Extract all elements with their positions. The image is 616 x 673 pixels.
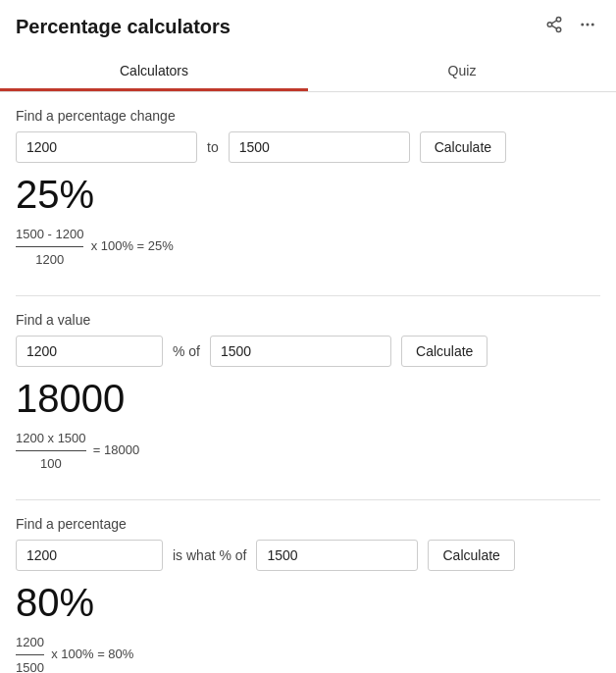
section2-result: 18000 xyxy=(16,377,600,421)
section1-input2[interactable] xyxy=(229,131,410,163)
svg-point-5 xyxy=(581,24,584,26)
page-title: Percentage calculators xyxy=(16,16,231,38)
section1-denominator: 1200 xyxy=(16,247,83,271)
svg-line-3 xyxy=(551,26,556,28)
tab-quiz[interactable]: Quiz xyxy=(308,53,616,91)
section3-result: 80% xyxy=(16,581,600,625)
section1-input-row: to Calculate xyxy=(16,131,600,163)
section1-input1[interactable] xyxy=(16,131,197,163)
svg-point-7 xyxy=(591,24,594,26)
section1-formula: 1500 - 1200 1200 x 100% = 25% xyxy=(16,223,600,272)
section-percentage-change: Find a percentage change to Calculate 25… xyxy=(16,108,600,272)
section2-input2[interactable] xyxy=(210,336,391,367)
section2-fraction: 1200 x 1500 100 xyxy=(16,427,86,476)
section-find-value: Find a value % of Calculate 18000 1200 x… xyxy=(16,312,600,476)
main-content: Find a percentage change to Calculate 25… xyxy=(0,92,616,673)
section2-denominator: 100 xyxy=(16,451,86,475)
section3-fraction: 1200 1500 xyxy=(16,631,44,673)
header-icons xyxy=(541,12,600,41)
svg-point-6 xyxy=(587,24,590,26)
share-icon[interactable] xyxy=(541,12,567,41)
tab-calculators[interactable]: Calculators xyxy=(0,53,308,91)
section1-formula-suffix: x 100% = 25% xyxy=(91,238,174,253)
section3-label: Find a percentage xyxy=(16,516,600,532)
section3-input-row: is what % of Calculate xyxy=(16,540,600,571)
section1-calculate-button[interactable]: Calculate xyxy=(420,131,506,163)
section3-formula: 1200 1500 x 100% = 80% xyxy=(16,631,600,673)
section2-label: Find a value xyxy=(16,312,600,328)
divider1 xyxy=(16,295,600,296)
section2-input1[interactable] xyxy=(16,336,163,367)
section2-formula-suffix: = 18000 xyxy=(93,442,139,457)
section1-fraction: 1500 - 1200 1200 xyxy=(16,223,83,272)
section3-denominator: 1500 xyxy=(16,655,44,673)
section3-calculate-button[interactable]: Calculate xyxy=(428,540,514,571)
section1-separator: to xyxy=(207,139,219,155)
section3-input1[interactable] xyxy=(16,540,163,571)
page-header: Percentage calculators xyxy=(0,0,616,41)
section3-formula-suffix: x 100% = 80% xyxy=(51,647,133,661)
section2-separator: % of xyxy=(173,343,200,359)
section3-numerator: 1200 xyxy=(16,631,44,655)
section2-formula: 1200 x 1500 100 = 18000 xyxy=(16,427,600,476)
section1-result: 25% xyxy=(16,173,600,217)
section2-input-row: % of Calculate xyxy=(16,336,600,367)
more-options-icon[interactable] xyxy=(575,12,600,41)
svg-line-4 xyxy=(551,21,556,24)
section2-calculate-button[interactable]: Calculate xyxy=(401,336,488,367)
section1-numerator: 1500 - 1200 xyxy=(16,223,83,247)
divider2 xyxy=(16,499,600,500)
section3-separator: is what % of xyxy=(173,547,246,563)
section3-input2[interactable] xyxy=(256,540,418,571)
section-find-percentage: Find a percentage is what % of Calculate… xyxy=(16,516,600,673)
section2-numerator: 1200 x 1500 xyxy=(16,427,86,451)
section1-label: Find a percentage change xyxy=(16,108,600,124)
tab-bar: Calculators Quiz xyxy=(0,53,616,92)
